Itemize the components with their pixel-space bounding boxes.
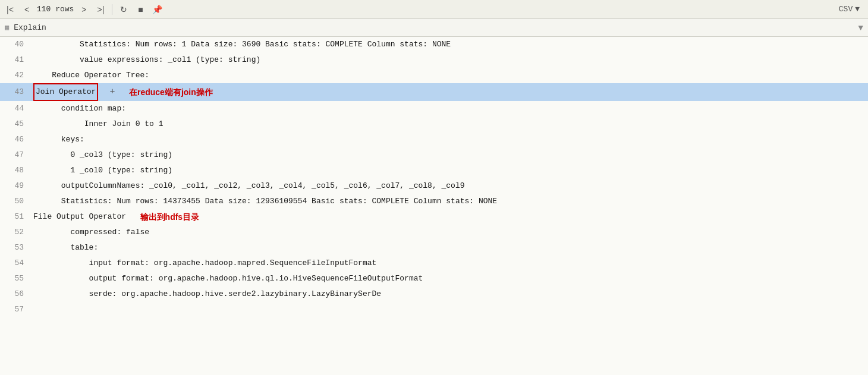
line-content: 1 _col0 (type: string) (31, 163, 868, 178)
line-content: File Output Operator 输出到hdfs目录 (31, 209, 868, 225)
next-page-button[interactable]: > (77, 3, 90, 16)
line-number: 46 (0, 132, 31, 147)
table-row[interactable]: 49 outputColumnNames: _col0, _col1, _col… (0, 178, 868, 194)
line-content: Statistics: Num rows: 14373455 Data size… (31, 194, 868, 209)
line-number: 42 (0, 68, 31, 83)
line-number: 47 (0, 147, 31, 163)
line-number: 44 (0, 101, 31, 116)
line-content: outputColumnNames: _col0, _col1, _col2, … (31, 178, 868, 194)
toolbar-right: CSV ▼ (839, 5, 864, 14)
line-number: 50 (0, 194, 31, 209)
table-row[interactable]: 44 condition map: (0, 101, 868, 116)
line-content: keys: (31, 132, 868, 147)
toolbar: |< < 110 rows > >| ↻ ■ 📌 CSV ▼ (0, 0, 868, 19)
line-content: Join Operator + 在reduce端有join操作 (31, 83, 868, 101)
line-number: 57 (0, 302, 31, 317)
line-number: 49 (0, 178, 31, 194)
line-content: condition map: (31, 101, 868, 116)
line-number: 40 (0, 37, 31, 52)
line-content: table: (31, 240, 868, 256)
line-content: Statistics: Num rows: 1 Data size: 3690 … (31, 37, 868, 52)
line-content: output format: org.apache.hadoop.hive.ql… (31, 271, 868, 286)
table-row[interactable]: 48 1 _col0 (type: string) (0, 163, 868, 178)
table-row[interactable]: 55 output format: org.apache.hadoop.hive… (0, 271, 868, 286)
table-row[interactable]: 56 serde: org.apache.hadoop.hive.serde2.… (0, 286, 868, 302)
table-row[interactable]: 46 keys: (0, 132, 868, 147)
join-annotation: 在reduce端有join操作 (119, 84, 212, 100)
plus-sign: + (104, 84, 115, 100)
table-row[interactable]: 51 File Output Operator 输出到hdfs目录 (0, 209, 868, 225)
first-page-button[interactable]: |< (4, 3, 17, 16)
line-content: input format: org.apache.hadoop.mapred.S… (31, 256, 868, 271)
line-content: 0 _col3 (type: string) (31, 147, 868, 163)
line-number: 51 (0, 209, 31, 225)
table-row[interactable]: 54 input format: org.apache.hadoop.mapre… (0, 256, 868, 271)
table-row[interactable]: 45 Inner Join 0 to 1 (0, 116, 868, 132)
refresh-button[interactable]: ↻ (117, 3, 130, 16)
tab-bar: ▦ Explain ▼ (0, 19, 868, 37)
separator-1 (112, 4, 112, 15)
line-number: 45 (0, 116, 31, 132)
tab-settings-icon[interactable]: ▼ (858, 23, 863, 33)
tab-label: Explain (14, 23, 46, 32)
line-number: 56 (0, 286, 31, 302)
csv-label: CSV (839, 5, 853, 14)
line-number: 48 (0, 163, 31, 178)
table-row[interactable]: 50 Statistics: Num rows: 14373455 Data s… (0, 194, 868, 209)
stop-button[interactable]: ■ (134, 3, 147, 16)
line-number: 55 (0, 271, 31, 286)
file-annotation: 输出到hdfs目录 (131, 209, 199, 225)
line-number: 43 (0, 84, 31, 100)
line-content: value expressions: _col1 (type: string) (31, 52, 868, 68)
last-page-button[interactable]: >| (94, 3, 107, 16)
line-content: Reduce Operator Tree: (31, 68, 868, 83)
join-operator-boxed: Join Operator (33, 83, 98, 101)
table-row[interactable]: 40 Statistics: Num rows: 1 Data size: 36… (0, 37, 868, 52)
line-number: 41 (0, 52, 31, 68)
table-row[interactable]: 43 Join Operator + 在reduce端有join操作 (0, 83, 868, 101)
csv-dropdown-icon[interactable]: ▼ (855, 5, 860, 14)
row-count: 110 rows (37, 5, 74, 14)
prev-page-button[interactable]: < (20, 3, 33, 16)
table-row[interactable]: 53 table: (0, 240, 868, 256)
line-content: compressed: false (31, 225, 868, 240)
table-row[interactable]: 41 value expressions: _col1 (type: strin… (0, 52, 868, 68)
pin-button[interactable]: 📌 (150, 3, 163, 16)
line-content: serde: org.apache.hadoop.hive.serde2.laz… (31, 286, 868, 302)
table-row[interactable]: 47 0 _col3 (type: string) (0, 147, 868, 163)
tab-icon: ▦ (5, 23, 9, 32)
table-row[interactable]: 42 Reduce Operator Tree: (0, 68, 868, 83)
content-area: 40 Statistics: Num rows: 1 Data size: 36… (0, 37, 868, 375)
line-number: 54 (0, 256, 31, 271)
line-content: Inner Join 0 to 1 (31, 116, 868, 132)
table-row[interactable]: 52 compressed: false (0, 225, 868, 240)
file-output-text: File Output Operator (33, 209, 126, 225)
table-row[interactable]: 57 (0, 302, 868, 317)
line-number: 53 (0, 240, 31, 256)
line-number: 52 (0, 225, 31, 240)
